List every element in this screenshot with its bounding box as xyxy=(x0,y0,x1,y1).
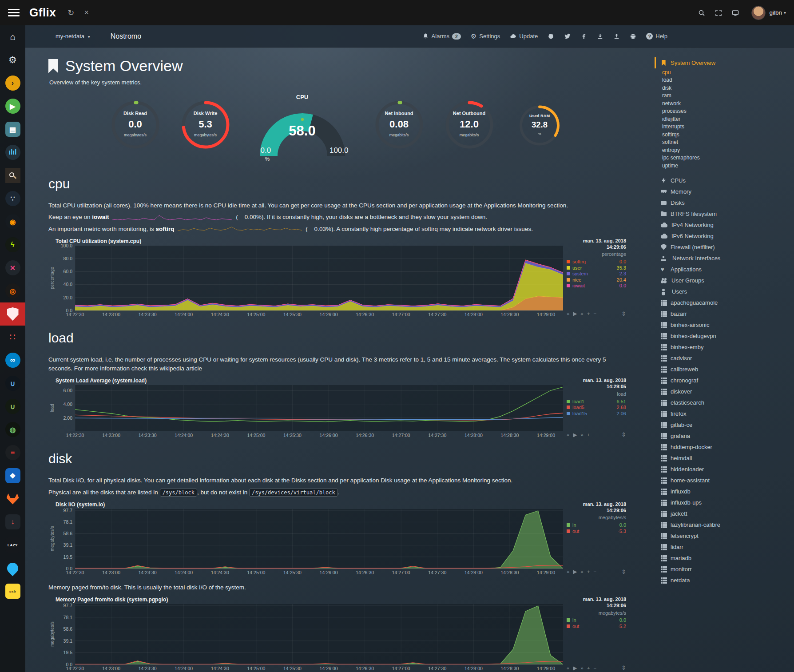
menu-item-jackett[interactable]: jackett xyxy=(655,508,790,519)
app-home-icon[interactable]: ⌂ xyxy=(0,25,25,48)
github-button[interactable] xyxy=(548,33,554,40)
print-button[interactable] xyxy=(630,33,636,40)
export-button[interactable] xyxy=(613,33,620,40)
menu-item-ipc-semaphores[interactable]: ipc semaphores xyxy=(655,154,790,162)
refresh-icon[interactable]: ↻ xyxy=(67,8,74,18)
forwards-icon[interactable]: » xyxy=(580,569,583,574)
menu-item-memory[interactable]: Memory xyxy=(655,186,790,197)
zoom-out-icon[interactable]: − xyxy=(593,665,596,671)
forwards-icon[interactable]: » xyxy=(580,432,583,437)
backwards-icon[interactable]: « xyxy=(567,569,569,574)
zoom-in-icon[interactable]: + xyxy=(587,311,590,316)
chart-canvas[interactable] xyxy=(75,604,563,664)
zoom-in-icon[interactable]: + xyxy=(587,569,590,574)
app-heimdall-icon[interactable]: ❖ xyxy=(0,464,25,487)
app-netdata-icon[interactable] xyxy=(0,302,25,326)
resize-icon[interactable]: ⇕ xyxy=(621,569,626,575)
alarms-button[interactable]: Alarms 2 xyxy=(422,33,461,40)
legend-item[interactable]: in0.0 xyxy=(567,522,626,528)
menu-item-lazylibrarian-calibre[interactable]: lazylibrarian-calibre xyxy=(655,519,790,530)
user-menu[interactable]: gilbn xyxy=(769,9,782,16)
menu-item-load[interactable]: load xyxy=(655,76,790,84)
app-portainer-icon[interactable]: ◍ xyxy=(0,418,25,441)
app-emby-icon[interactable]: ▶ xyxy=(0,95,25,118)
app-jackett-icon[interactable] xyxy=(0,164,25,187)
server-dropdown[interactable]: my-netdata ▾ xyxy=(56,33,90,40)
menu-item-binhex-emby[interactable]: binhex-emby xyxy=(655,342,790,353)
app-lazylibrarian-icon[interactable]: LAZY xyxy=(0,533,25,557)
menu-item-firewall-netfilter-[interactable]: Firewall (netfilter) xyxy=(655,242,790,253)
menu-item-monitorr[interactable]: monitorr xyxy=(655,564,790,575)
legend-item[interactable]: system2.3 xyxy=(567,270,626,277)
play-icon[interactable]: ▶ xyxy=(573,432,577,438)
menu-item-chronograf[interactable]: chronograf xyxy=(655,375,790,386)
menu-item-grafana[interactable]: grafana xyxy=(655,430,790,441)
menu-item-cpu[interactable]: cpu xyxy=(655,68,790,76)
backwards-icon[interactable]: « xyxy=(567,665,569,671)
legend-item[interactable]: load52.68 xyxy=(567,404,626,410)
menu-item-ram[interactable]: ram xyxy=(655,92,790,100)
menu-item-diskover[interactable]: diskover xyxy=(655,386,790,397)
menu-item-disks[interactable]: Disks xyxy=(655,197,790,208)
menu-item-users[interactable]: Users xyxy=(655,286,790,297)
menu-item-ipv6-networking[interactable]: IPv6 Networking xyxy=(655,231,790,242)
menu-item-apacheguacamole[interactable]: apacheguacamole xyxy=(655,297,790,308)
legend-item[interactable]: load152.06 xyxy=(567,410,626,417)
backwards-icon[interactable]: « xyxy=(567,311,569,316)
menu-item-entropy[interactable]: entropy xyxy=(655,146,790,154)
legend-item[interactable]: in0.0 xyxy=(567,617,626,624)
twitter-button[interactable] xyxy=(564,33,571,40)
menu-item-user-groups[interactable]: User Groups xyxy=(655,275,790,286)
menu-item-calibreweb[interactable]: calibreweb xyxy=(655,364,790,375)
settings-button[interactable]: ⚙ Settings xyxy=(471,33,500,40)
menu-item-applications[interactable]: ♥Applications xyxy=(655,264,790,275)
play-icon[interactable]: ▶ xyxy=(573,665,577,671)
import-button[interactable] xyxy=(597,33,603,40)
menu-item-softirqs[interactable]: softirqs xyxy=(655,131,790,139)
app-calibre-web-icon[interactable]: ▤ xyxy=(0,118,25,141)
menu-item-cpus[interactable]: CPUs xyxy=(655,175,790,186)
backwards-icon[interactable]: « xyxy=(567,432,569,437)
menu-item-gitlab-ce[interactable]: gitlab-ce xyxy=(655,419,790,430)
resize-icon[interactable]: ⇕ xyxy=(621,310,626,317)
menu-item-elasticsearch[interactable]: elasticsearch xyxy=(655,397,790,408)
menu-item-system-overview[interactable]: System Overview xyxy=(655,57,790,68)
search-icon[interactable] xyxy=(698,9,705,16)
menu-item-btrfs-filesystem[interactable]: BTRFS filesystem xyxy=(655,208,790,219)
menu-item-letsencrypt[interactable]: letsencrypt xyxy=(655,530,790,541)
app-droplet-icon[interactable] xyxy=(0,557,25,580)
legend-item[interactable]: softirq0.0 xyxy=(567,258,626,265)
zoom-in-icon[interactable]: + xyxy=(587,665,590,671)
app-grav-icon[interactable]: ◉ xyxy=(0,210,25,233)
menu-item-hiddenloader[interactable]: hiddenloader xyxy=(655,464,790,475)
app-quassel-icon[interactable]: ∷ xyxy=(0,326,25,349)
play-icon[interactable]: ▶ xyxy=(573,569,577,575)
legend-item[interactable]: iowait0.0 xyxy=(567,282,626,289)
app-airsonic-icon[interactable]: ılıl xyxy=(0,141,25,164)
menu-item-mariadb[interactable]: mariadb xyxy=(655,553,790,564)
app-settings-icon[interactable]: ⚙ xyxy=(0,48,25,72)
menu-item-lidarr[interactable]: lidarr xyxy=(655,541,790,553)
zoom-out-icon[interactable]: − xyxy=(593,432,596,437)
chart-canvas[interactable] xyxy=(75,246,563,310)
play-icon[interactable]: ▶ xyxy=(573,310,577,317)
resize-icon[interactable]: ⇕ xyxy=(621,664,626,671)
fullscreen-icon[interactable] xyxy=(715,9,722,16)
help-button[interactable]: ? Help xyxy=(646,33,667,40)
menu-item-netdata[interactable]: netdata xyxy=(655,575,790,586)
legend-item[interactable]: user35.3 xyxy=(567,265,626,271)
menu-item-softnet[interactable]: softnet xyxy=(655,139,790,147)
app-plex-icon[interactable]: › xyxy=(0,72,25,95)
app-sabnzbd-icon[interactable]: sab xyxy=(0,580,25,603)
menu-item-cadvisor[interactable]: cadvisor xyxy=(655,353,790,364)
resize-icon[interactable]: ⇕ xyxy=(621,431,626,438)
menu-item-disk[interactable]: disk xyxy=(655,84,790,92)
legend-item[interactable]: out-5.2 xyxy=(567,623,626,629)
app-scrutiny-icon[interactable]: ✕ xyxy=(0,256,25,279)
avatar[interactable] xyxy=(751,6,766,20)
zoom-in-icon[interactable]: + xyxy=(587,432,590,437)
legend-item[interactable]: load16.51 xyxy=(567,398,626,405)
menu-item-firefox[interactable]: firefox xyxy=(655,408,790,419)
zoom-out-icon[interactable]: − xyxy=(593,569,596,574)
chart-canvas[interactable] xyxy=(75,509,563,569)
